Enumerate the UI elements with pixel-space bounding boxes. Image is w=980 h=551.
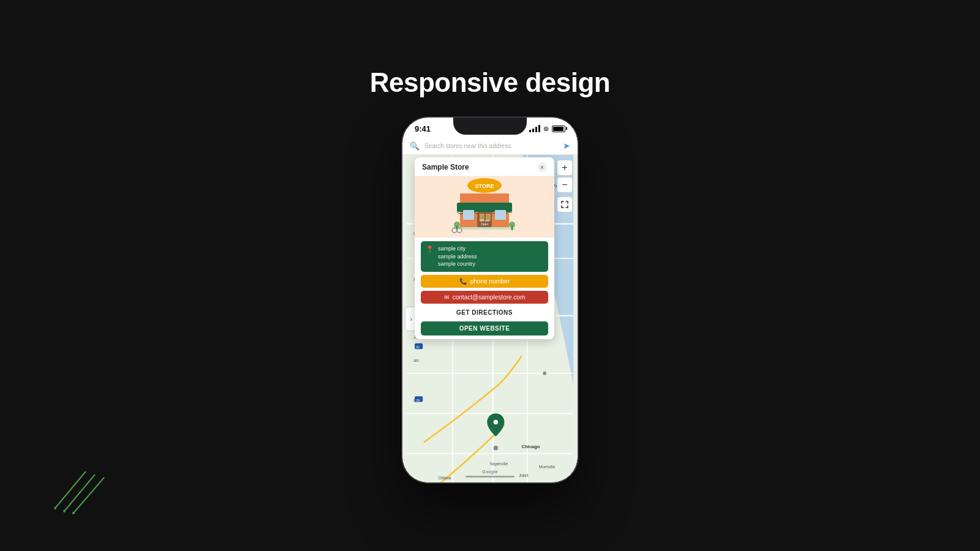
svg-rect-42 xyxy=(495,210,506,220)
fullscreen-button[interactable] xyxy=(557,197,573,212)
map-controls: + − xyxy=(557,160,573,212)
svg-line-50 xyxy=(55,471,86,508)
svg-point-53 xyxy=(54,507,56,509)
location-pin-icon: 📍 xyxy=(426,246,434,253)
search-icon: 🔍 xyxy=(410,141,420,151)
phone-number-text: phone number xyxy=(470,278,510,285)
email-row[interactable]: ✉ contact@samplestore.com xyxy=(421,291,548,304)
svg-text:STORE: STORE xyxy=(475,183,494,189)
svg-point-12 xyxy=(543,372,546,375)
google-logo: Google xyxy=(482,470,498,474)
phone-frame: 9:41 ⊛ 🔍 Search stores n xyxy=(401,116,579,484)
status-time: 9:41 xyxy=(415,124,431,133)
location-arrow-icon[interactable]: ➤ xyxy=(563,141,570,151)
signal-bars-icon xyxy=(529,125,540,132)
phone-notch xyxy=(453,118,527,135)
page-title: Responsive design xyxy=(370,67,611,98)
svg-rect-41 xyxy=(463,210,474,220)
svg-text:Ottawa: Ottawa xyxy=(439,476,451,480)
svg-text:Naperville: Naperville xyxy=(490,462,508,467)
fullscreen-icon xyxy=(561,201,568,208)
close-card-button[interactable]: × xyxy=(537,162,547,172)
store-info-card: Sample Store × STORE xyxy=(415,157,554,339)
zoom-out-button[interactable]: − xyxy=(557,177,573,193)
email-icon: ✉ xyxy=(444,294,449,301)
svg-text:39: 39 xyxy=(416,399,420,402)
phone-screen: 9:41 ⊛ 🔍 Search stores n xyxy=(402,118,578,482)
wifi-icon: ⊛ xyxy=(543,125,549,133)
zoom-in-button[interactable]: + xyxy=(557,160,573,176)
svg-rect-43 xyxy=(454,227,515,230)
svg-point-31 xyxy=(494,420,499,425)
address-text: sample city sample address sample countr… xyxy=(438,245,477,268)
store-illustration: STORE We are Open xyxy=(415,176,554,238)
phone-icon: 📞 xyxy=(459,278,467,285)
search-bar[interactable]: 🔍 Search stores near this address ➤ xyxy=(402,137,578,155)
country-text: sample country xyxy=(438,260,477,268)
home-indicator xyxy=(466,476,514,478)
svg-point-47 xyxy=(509,222,515,228)
search-input[interactable]: Search stores near this address xyxy=(424,143,558,149)
phone-row[interactable]: 📞 phone number xyxy=(421,275,548,288)
svg-point-54 xyxy=(63,510,66,512)
city-text: sample city xyxy=(438,245,477,253)
status-icons: ⊛ xyxy=(529,125,565,133)
svg-text:90: 90 xyxy=(416,345,420,349)
svg-text:Chicago: Chicago xyxy=(522,444,540,449)
svg-point-55 xyxy=(72,512,75,514)
store-svg-illustration: STORE We are Open xyxy=(448,178,521,236)
svg-point-11 xyxy=(494,446,499,451)
store-card-header: Sample Store × xyxy=(415,157,554,176)
svg-text:Open: Open xyxy=(481,222,488,226)
open-website-button[interactable]: OPEN WEBSITE xyxy=(421,321,548,335)
email-text: contact@samplestore.com xyxy=(453,294,526,301)
street-text: sample address xyxy=(438,253,477,261)
battery-icon xyxy=(552,126,565,132)
svg-text:Morriville: Morriville xyxy=(539,465,556,469)
svg-point-45 xyxy=(454,222,460,228)
store-details: 📍 sample city sample address sample coun… xyxy=(415,238,554,339)
svg-text:alo: alo xyxy=(413,358,419,362)
map-area: Ripon Fond du Lac Sheboygan llo Prairie … xyxy=(402,155,578,482)
store-card-title: Sample Store xyxy=(422,163,469,171)
address-row: 📍 sample city sample address sample coun… xyxy=(421,241,548,272)
get-directions-button[interactable]: GET DIRECTIONS xyxy=(421,307,548,318)
svg-text:Joliet: Joliet xyxy=(519,473,528,478)
decorative-lines xyxy=(49,465,123,514)
